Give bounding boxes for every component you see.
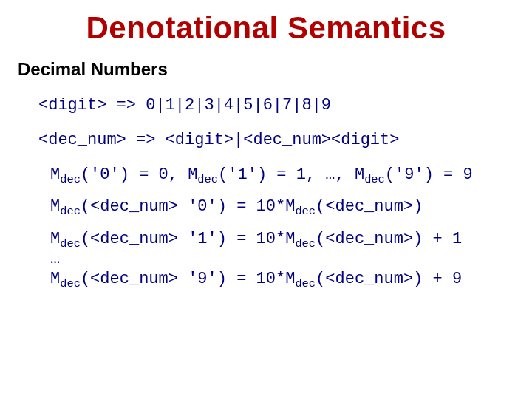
- slide-body: <digit> => 0|1|2|3|4|5|6|7|8|9 <dec_num>…: [18, 96, 514, 288]
- dec-subscript: dec: [295, 237, 316, 250]
- dec-subscript: dec: [60, 237, 81, 250]
- dec-subscript: dec: [60, 278, 81, 291]
- equation-recursive-1: Mdec(<dec_num> '1') = 10*Mdec(<dec_num>)…: [50, 230, 514, 248]
- eq-text: (<dec_num>) + 1: [316, 230, 462, 248]
- eq-text: (<dec_num> '1') = 10*M: [81, 230, 295, 248]
- section-heading: Decimal Numbers: [18, 59, 514, 80]
- eq-text: (<dec_num> '9') = 10*M: [81, 270, 295, 288]
- dec-subscript: dec: [295, 205, 316, 219]
- eq-text: ('1') = 1, …, M: [218, 166, 364, 184]
- M-symbol: M: [50, 166, 60, 184]
- dec-subscript: dec: [60, 205, 81, 219]
- eq-text: (<dec_num> '0') = 10*M: [81, 197, 295, 216]
- slide: Denotational Semantics Decimal Numbers <…: [0, 0, 532, 399]
- eq-text: (<dec_num>): [316, 197, 423, 216]
- slide-title: Denotational Semantics: [18, 10, 514, 46]
- dec-subscript: dec: [197, 173, 218, 186]
- eq-text: (<dec_num>) + 9: [316, 270, 462, 288]
- equation-ellipsis: …: [50, 250, 514, 268]
- equation-base-cases: Mdec('0') = 0, Mdec('1') = 1, …, Mdec('9…: [50, 166, 514, 184]
- M-symbol: M: [50, 230, 60, 248]
- grammar-rule-digit: <digit> => 0|1|2|3|4|5|6|7|8|9: [38, 96, 514, 115]
- eq-text: ('9') = 9: [385, 166, 473, 184]
- dec-subscript: dec: [295, 278, 316, 291]
- eq-text: ('0') = 0, M: [81, 166, 197, 184]
- grammar-rule-decnum: <dec_num> => <digit>|<dec_num><digit>: [38, 131, 514, 149]
- equation-recursive-0: Mdec(<dec_num> '0') = 10*Mdec(<dec_num>): [50, 197, 514, 216]
- equation-recursive-9: Mdec(<dec_num> '9') = 10*Mdec(<dec_num>)…: [50, 270, 514, 288]
- M-symbol: M: [50, 270, 60, 288]
- M-symbol: M: [50, 197, 60, 216]
- dec-subscript: dec: [60, 173, 81, 186]
- equations-block: Mdec('0') = 0, Mdec('1') = 1, …, Mdec('9…: [50, 166, 514, 288]
- dec-subscript: dec: [364, 173, 385, 186]
